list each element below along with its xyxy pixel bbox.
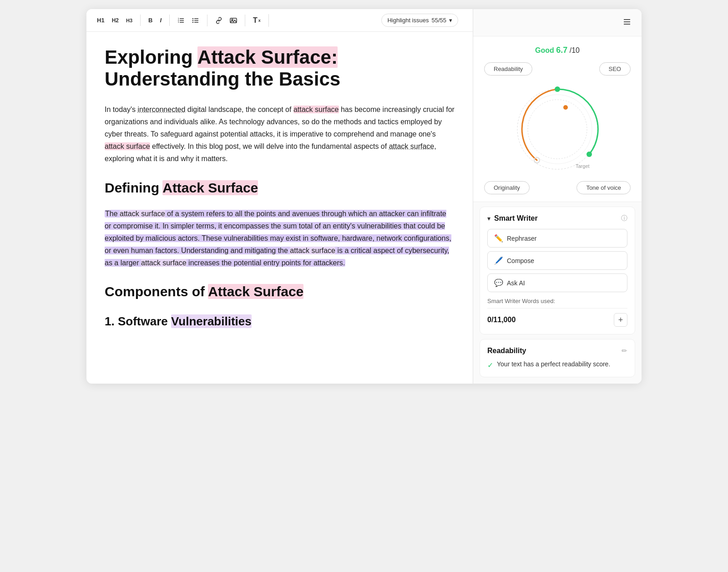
editor-content[interactable]: Exploring Attack Surface: Understanding … [86,32,473,384]
edit-icon[interactable]: ✏ [622,347,627,355]
add-words-button[interactable]: + [614,313,627,327]
rephraser-label: Rephraser [507,235,536,242]
heading-2-components: Components of Attack Surface [105,280,455,303]
chevron-down-icon: ▾ [449,17,452,24]
tab-seo[interactable]: SEO [599,62,631,76]
compose-label: Compose [507,257,534,264]
highlight-issues-button[interactable]: Highlight issues 55/55 ▾ [381,14,458,27]
smart-writer-header: ▾ Smart Writer ⓘ [487,214,627,223]
image-button[interactable] [227,15,240,26]
chevron-down-icon: ▾ [487,215,490,222]
svg-point-23 [563,105,568,110]
svg-point-9 [192,18,193,19]
readability-section: Readability ✏ ✓ Your text has a perfect … [480,339,635,377]
tab-readability[interactable]: Readability [484,62,532,76]
score-total: /10 [570,46,580,54]
highlight-group: Highlight issues 55/55 ▾ [377,14,463,27]
paragraph-2: The attack surface of a system refers to… [105,208,455,269]
words-count-row: 0/11,000 + [487,313,627,327]
paragraph-1: In today's interconnected digital landsc… [105,103,455,165]
top-tabs-row: Readability SEO [484,62,631,76]
ask-ai-label: Ask AI [507,279,525,287]
h1-button[interactable]: H1 [94,15,108,26]
readability-check-item: ✓ Your text has a perfect readability sc… [487,360,627,370]
inline-highlight-2: attack surface [105,142,150,150]
svg-text:Target: Target [576,163,590,169]
heading-3-software: 1. Software Vulnerabilities [105,311,455,331]
highlight-label: Highlight issues [387,17,429,24]
tab-tone-of-voice[interactable]: Tone of voice [576,181,631,194]
score-display: Good 6.7 /10 [535,46,580,55]
rephraser-icon: ✏️ [494,234,503,243]
rephraser-button[interactable]: ✏️ Rephraser [487,229,627,248]
link-button[interactable] [212,15,226,26]
words-used-label: Smart Writer Words used: [487,298,627,304]
editor-panel: H1 H2 H3 B I 1 2 3 [86,9,473,384]
words-used-section: Smart Writer Words used: 0/11,000 + [487,292,627,327]
menu-button[interactable] [621,15,633,30]
heading-2-defining: Defining Attack Surface [105,176,455,199]
clear-format-button[interactable]: Tx [250,14,264,27]
score-value: 6.7 [556,46,567,55]
score-good-label: Good [535,46,554,54]
toolbar: H1 H2 H3 B I 1 2 3 [86,9,473,32]
format-group: B I [145,15,170,26]
svg-point-18 [528,100,587,159]
list-group: 1 2 3 [174,15,207,26]
highlight-count: 55/55 [431,17,446,24]
inline-highlight-5: attack surface [141,259,187,267]
ask-ai-button[interactable]: 💬 Ask AI [487,273,627,292]
svg-point-21 [586,152,592,157]
h3-button[interactable]: H3 [123,15,136,25]
unordered-list-button[interactable] [189,15,202,26]
underline-word-1: interconnected [137,106,185,113]
svg-point-11 [192,21,193,22]
score-section: Good 6.7 /10 Readability SEO [473,36,642,202]
right-panel-header [473,9,642,36]
gauge-chart: Target [512,84,603,175]
h3-vulnerabilities-highlight: Vulnerabilities [171,314,252,328]
compose-icon: 🖊️ [494,256,503,265]
divider [487,308,627,309]
clear-group: Tx [250,14,269,27]
h2-components-highlight: Attack Surface [208,284,303,299]
svg-point-17 [517,89,597,169]
words-count-value: 0/11,000 [487,316,516,324]
title-highlight: Attack Surface: [197,46,338,68]
bottom-tabs-row: Originality Tone of voice [484,181,631,194]
compose-button[interactable]: 🖊️ Compose [487,251,627,270]
h2-highlight: Attack Surface [162,180,258,195]
app-container: H1 H2 H3 B I 1 2 3 [86,9,642,384]
right-panel: Good 6.7 /10 Readability SEO [473,9,642,384]
heading-group: H1 H2 H3 [94,15,141,26]
svg-text:3: 3 [178,21,179,23]
inline-highlight-1: attack surface [293,106,339,113]
article-title: Exploring Attack Surface: Understanding … [105,46,455,91]
svg-point-19 [523,95,592,164]
info-icon[interactable]: ⓘ [621,214,627,223]
ask-ai-icon: 💬 [494,278,503,287]
ordered-list-button[interactable]: 1 2 3 [174,15,188,26]
inline-highlight-3: attack surface [120,210,165,218]
insert-group [212,15,245,26]
readability-check-text: Your text has a perfect readability scor… [497,360,610,368]
tab-originality[interactable]: Originality [484,181,530,194]
svg-point-20 [555,86,560,92]
smart-writer-header-left: ▾ Smart Writer [487,214,538,223]
underline-phrase-1: attack surface [389,142,435,150]
italic-button[interactable]: I [157,15,165,26]
svg-point-10 [192,20,193,20]
readability-title: Readability [487,347,526,355]
smart-writer-title: Smart Writer [494,214,538,223]
inline-highlight-4: attack surface [290,247,335,254]
bold-button[interactable]: B [145,15,156,26]
h2-button[interactable]: H2 [109,15,122,26]
readability-header: Readability ✏ [487,347,627,355]
checkmark-icon: ✓ [487,361,493,370]
smart-writer-section: ▾ Smart Writer ⓘ ✏️ Rephraser 🖊️ Compose… [480,207,635,334]
